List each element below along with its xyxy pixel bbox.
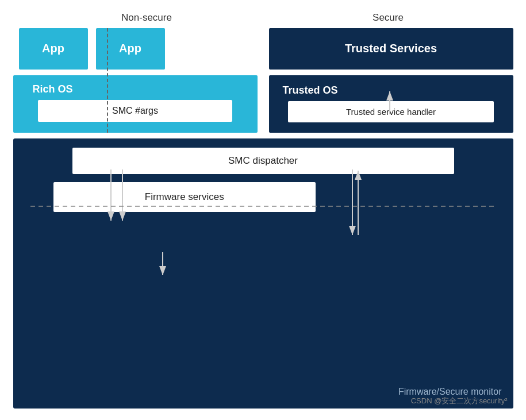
- app-box-1: App: [19, 28, 88, 70]
- app-box-2: App: [96, 28, 165, 70]
- smc-dispatcher-box: SMC dispatcher: [72, 148, 454, 174]
- firmware-section: SMC dispatcher Firmware services Firmwar…: [13, 138, 513, 409]
- smc-args-box: SMC #args: [38, 100, 232, 122]
- trusted-services-box: Trusted Services: [269, 28, 513, 70]
- upper-area: App App Rich OS SMC #args Trusted Servic…: [13, 28, 513, 133]
- label-secure: Secure: [263, 12, 513, 24]
- apps-row: App App: [13, 28, 258, 70]
- firmware-services-box: Firmware services: [53, 182, 316, 212]
- rich-os-label: Rich OS: [33, 83, 73, 95]
- rich-os-box: Rich OS SMC #args: [13, 75, 258, 133]
- top-labels: Non-secure Secure: [13, 12, 513, 24]
- watermark: CSDN @安全二次方security²: [411, 396, 508, 406]
- main-content: App App Rich OS SMC #args Trusted Servic…: [13, 28, 513, 409]
- label-nonsecure: Non-secure: [13, 12, 263, 24]
- trusted-handler-box: Trusted service handler: [288, 101, 493, 122]
- trusted-os-box: Trusted OS Trusted service handler: [269, 75, 513, 133]
- trusted-os-label: Trusted OS: [283, 84, 338, 97]
- dashed-divider: [107, 28, 108, 133]
- secure-col: Trusted Services Trusted OS Trusted serv…: [263, 28, 513, 133]
- diagram-wrapper: Non-secure Secure App App Rich OS SMC #a…: [13, 12, 513, 409]
- nonsecure-col: App App Rich OS SMC #args: [13, 28, 263, 133]
- firmware-monitor-label: Firmware/Secure monitor: [398, 381, 502, 397]
